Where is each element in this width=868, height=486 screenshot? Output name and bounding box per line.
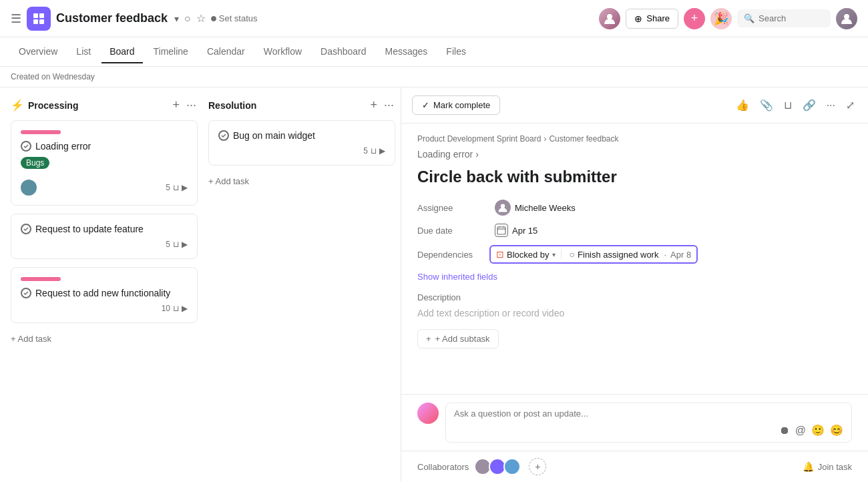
svg-rect-2 [33,19,38,24]
add-task-processing[interactable]: + Add task [11,328,198,349]
tab-timeline[interactable]: Timeline [146,41,196,63]
detail-toolbar: ✓ Mark complete 👍 📎 ⊔ 🔗 ··· ⤢ [401,87,868,124]
comment-input[interactable] [454,409,843,419]
svg-rect-1 [39,13,44,18]
record-icon[interactable]: ⏺ [779,425,790,437]
card-footer2: 5 ⊔ ▶ [21,240,188,249]
tab-board[interactable]: Board [101,41,142,63]
tab-files[interactable]: Files [438,41,474,63]
subheader: Created on Wednesday [0,67,868,87]
parent-task-chevron: › [475,149,479,160]
collaborators-avatars [474,458,521,475]
close-icon[interactable]: ⤢ [843,96,857,114]
svg-point-6 [501,204,505,208]
share-button[interactable]: ⊕ Share [626,9,678,29]
share-icon: ⊕ [634,13,642,24]
checkmark-icon: ✓ [422,100,429,110]
column-title-processing: Processing [28,100,167,111]
finish-check-icon: ○ [570,249,575,260]
blocked-by-dropdown[interactable]: ▾ [552,251,556,258]
add-collaborator-button[interactable]: + [529,458,546,475]
column-add-button-resolution[interactable]: + [369,98,379,112]
column-more-button-processing[interactable]: ··· [185,98,198,112]
mark-complete-button[interactable]: ✓ Mark complete [412,95,500,115]
card-new-functionality[interactable]: Request to add new functionality 10 ⊔ ▶ [11,267,198,323]
svg-rect-0 [33,13,38,18]
card-arrow-icon: ▶ [182,183,188,192]
collab-avatar-3[interactable] [503,458,521,475]
search-label: Search [758,13,786,23]
subtask-icon3: ⊔ [173,304,179,313]
column-header-resolution: Resolution + ··· [208,98,395,112]
description-label: Description [417,292,852,302]
blocked-by-label: Blocked by [507,250,550,260]
link-icon[interactable]: 🔗 [800,96,819,114]
tab-calendar[interactable]: Calendar [199,41,253,63]
nav-tabs: Overview List Board Timeline Calendar Wo… [0,37,868,67]
bugs-tag: Bugs [21,157,49,169]
card-check-icon2 [21,224,31,234]
subtask-tree-icon[interactable]: ⊔ [781,96,795,114]
emoji-icon[interactable]: 🙂 [811,424,825,437]
add-subtask-button[interactable]: + + Add subtask [417,329,499,348]
column-more-button-resolution[interactable]: ··· [383,98,395,112]
svg-point-4 [607,14,612,19]
comment-input-wrap[interactable]: ⏺ @ 🙂 😊 [445,403,852,443]
card-check-icon4 [218,130,229,141]
card-avatar [21,180,37,196]
star-icon[interactable]: ☆ [196,12,206,25]
avatar-notif[interactable]: 🎉 [710,8,732,29]
app-icon[interactable] [27,7,51,31]
card-bug-widget[interactable]: Bug on main widget 5 ⊔ ▶ [208,120,395,166]
show-inherited-fields[interactable]: Show inherited fields [417,272,852,282]
blocked-icon: ⊡ [496,249,504,260]
subtask-icon4: ⊔ [371,146,377,156]
card-footer3: 10 ⊔ ▶ [21,304,188,313]
column-title-resolution: Resolution [208,100,365,111]
dependencies-row: Dependencies ⊡ Blocked by ▾ ○ Finish ass… [417,245,852,264]
hamburger-icon[interactable]: ☰ [11,11,21,26]
tab-messages[interactable]: Messages [377,41,436,63]
add-task-resolution[interactable]: + Add task [208,171,395,192]
set-status-button[interactable]: Set status [211,13,258,23]
chevron-down-icon[interactable]: ▾ [174,13,179,24]
search-bar[interactable]: 🔍 Search [737,9,831,27]
thumbs-up-icon[interactable]: 👍 [733,96,752,114]
join-task-button[interactable]: 🔔 Join task [803,461,852,472]
mention-icon[interactable]: @ [795,425,806,437]
card-update-feature[interactable]: Request to update feature 5 ⊔ ▶ [11,214,198,259]
tab-dashboard[interactable]: Dashboard [312,41,375,63]
attachment-icon[interactable]: 📎 [757,96,776,114]
card-pink-bar2 [21,277,61,281]
collaborators-label: Collaborators [417,462,469,472]
add-button[interactable]: + [684,8,705,29]
avatar-user2[interactable] [836,8,857,29]
bell-icon: 🔔 [803,461,814,472]
finish-work-section: ○ Finish assigned work · Apr 8 [567,249,692,260]
parent-task-link[interactable]: Loading error › [417,149,852,160]
column-processing: ⚡ Processing + ··· Loading error Bugs [11,98,198,471]
column-add-button-processing[interactable]: + [171,98,181,112]
topbar: ☰ Customer feedback ▾ ○ ☆ Set status ⊕ S… [0,0,868,37]
finish-work-date: · [664,250,666,260]
assignee-avatar [495,200,511,216]
assignee-value[interactable]: Michelle Weeks [495,200,576,216]
set-status-label: Set status [219,13,258,23]
avatar-user1[interactable] [599,8,620,29]
tab-list[interactable]: List [68,41,99,63]
tab-workflow[interactable]: Workflow [256,41,310,63]
info-icon[interactable]: ○ [184,13,191,25]
card-title-new-functionality: Request to add new functionality [21,288,188,298]
tab-overview[interactable]: Overview [11,41,65,63]
card-footer4: 5 ⊔ ▶ [218,146,385,156]
more-emoji-icon[interactable]: 😊 [830,424,843,437]
card-meta4: 5 ⊔ ▶ [363,146,385,156]
detail-actions: 👍 📎 ⊔ 🔗 ··· ⤢ [733,96,857,114]
due-date-value[interactable]: Apr 15 [495,224,537,237]
comment-avatar [417,403,439,424]
more-icon[interactable]: ··· [824,97,838,114]
breadcrumb-part2: Customer feedback [549,134,618,144]
dependencies-box[interactable]: ⊡ Blocked by ▾ ○ Finish assigned work · … [489,245,698,264]
description-placeholder[interactable]: Add text description or record video [417,308,852,318]
card-loading-error[interactable]: Loading error Bugs 5 ⊔ ▶ [11,120,198,206]
